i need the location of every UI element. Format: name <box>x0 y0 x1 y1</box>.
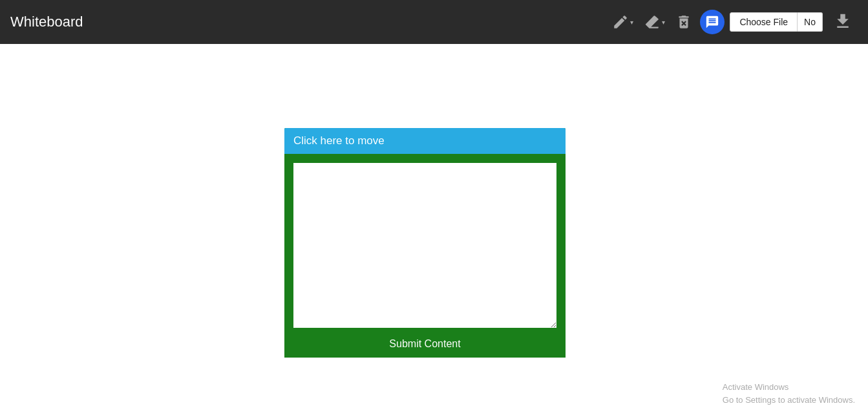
widget-textarea[interactable] <box>293 163 556 328</box>
pencil-dropdown-arrow: ▾ <box>630 19 633 26</box>
chat-button[interactable] <box>700 10 725 34</box>
windows-activation-notice: Activate Windows Go to Settings to activ… <box>723 381 855 406</box>
eraser-icon <box>644 14 661 30</box>
widget-body <box>284 154 566 330</box>
app-title: Whiteboard <box>10 14 603 30</box>
widget: Click here to move Submit Content <box>284 128 566 358</box>
widget-title-bar[interactable]: Click here to move <box>284 128 566 154</box>
trash-icon <box>675 14 692 30</box>
toolbar: Whiteboard ▾ ▾ <box>0 0 868 44</box>
eraser-button[interactable]: ▾ <box>641 11 668 33</box>
activate-title: Activate Windows <box>723 381 855 394</box>
activate-subtitle: Go to Settings to activate Windows. <box>723 394 855 407</box>
delete-button[interactable] <box>673 11 695 33</box>
choose-file-button[interactable]: Choose File <box>730 12 798 32</box>
download-icon <box>833 12 852 31</box>
chat-icon <box>705 15 719 29</box>
canvas-area: Click here to move Submit Content Activa… <box>0 44 868 419</box>
pencil-icon <box>612 14 629 30</box>
eraser-dropdown-arrow: ▾ <box>662 19 665 26</box>
widget-footer: Submit Content <box>284 330 566 358</box>
toolbar-icons: ▾ ▾ Choose File No <box>609 9 858 36</box>
file-input-group: Choose File No <box>730 12 823 32</box>
submit-button[interactable]: Submit Content <box>293 338 556 350</box>
download-button[interactable] <box>828 9 858 36</box>
no-file-label: No <box>798 12 823 32</box>
pencil-button[interactable]: ▾ <box>609 11 636 33</box>
